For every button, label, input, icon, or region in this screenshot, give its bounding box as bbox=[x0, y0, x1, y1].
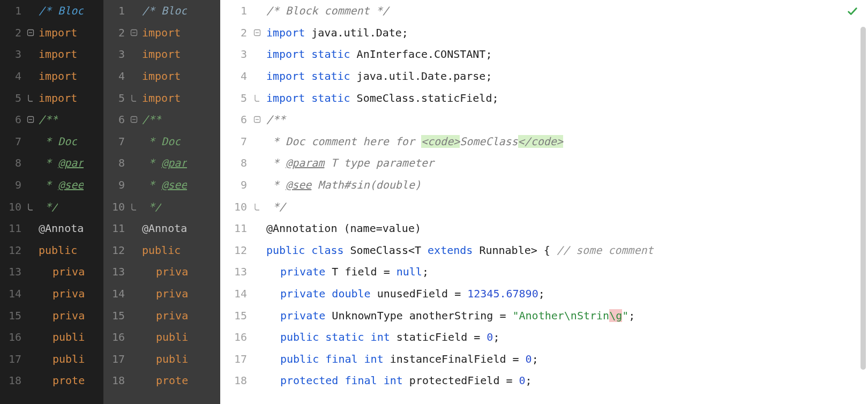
fold-minus-icon[interactable] bbox=[27, 29, 34, 36]
fold-end-icon[interactable] bbox=[27, 203, 34, 211]
line-number: 7 bbox=[220, 135, 250, 148]
code-line[interactable]: 1/* Block comment */ bbox=[220, 0, 868, 22]
code-line[interactable]: 14priva bbox=[103, 283, 220, 305]
code-line[interactable]: 12public class SomeClass<T extends Runna… bbox=[220, 240, 868, 261]
code-line[interactable]: 8 * @par bbox=[103, 152, 220, 174]
editor-pane-light[interactable]: 1/* Block comment */2import java.util.Da… bbox=[220, 0, 868, 404]
fold-minus-icon[interactable] bbox=[253, 116, 261, 123]
fold-gutter[interactable] bbox=[250, 203, 264, 211]
fold-end-icon[interactable] bbox=[253, 203, 261, 211]
code-line[interactable]: 7 * Doc comment here for <code>SomeClass… bbox=[220, 131, 868, 153]
code-line[interactable]: 2import java.util.Date; bbox=[220, 22, 868, 44]
code-line[interactable]: 18protected final int protectedField = 0… bbox=[220, 370, 868, 392]
fold-gutter[interactable] bbox=[128, 116, 140, 123]
code-line[interactable]: 2import bbox=[0, 22, 103, 44]
line-number: 6 bbox=[0, 113, 25, 126]
fold-gutter[interactable] bbox=[25, 203, 36, 211]
code-line[interactable]: 17publi bbox=[0, 348, 103, 370]
line-number: 16 bbox=[103, 331, 128, 343]
code-line[interactable]: 12public bbox=[0, 240, 103, 261]
code-text: priva bbox=[36, 287, 85, 300]
code-line[interactable]: 16public static int staticField = 0; bbox=[220, 326, 868, 348]
code-text: * @see bbox=[36, 178, 84, 191]
code-line[interactable]: 17publi bbox=[103, 348, 220, 370]
code-line[interactable]: 7 * Doc bbox=[0, 131, 103, 153]
fold-gutter[interactable] bbox=[128, 29, 140, 36]
code-line[interactable]: 14priva bbox=[0, 283, 103, 305]
code-line[interactable]: 8 * @param T type parameter bbox=[220, 152, 868, 174]
code-line[interactable]: 13priva bbox=[0, 261, 103, 283]
code-line[interactable]: 5import bbox=[103, 87, 220, 109]
code-line[interactable]: 15priva bbox=[0, 304, 103, 326]
code-text: priva bbox=[140, 309, 188, 322]
line-number: 12 bbox=[0, 244, 25, 257]
code-line[interactable]: 12public bbox=[103, 240, 220, 261]
code-line[interactable]: 7 * Doc bbox=[103, 131, 220, 153]
code-line[interactable]: 8 * @par bbox=[0, 152, 103, 174]
code-line[interactable]: 11@Annota bbox=[0, 218, 103, 240]
code-line[interactable]: 6/** bbox=[220, 109, 868, 131]
code-line[interactable]: 9 * @see bbox=[0, 174, 103, 196]
vertical-scrollbar[interactable] bbox=[860, 27, 866, 370]
fold-gutter[interactable] bbox=[250, 94, 264, 102]
code-line[interactable]: 9 * @see bbox=[103, 174, 220, 196]
code-line[interactable]: 3import bbox=[103, 43, 220, 65]
fold-gutter[interactable] bbox=[250, 116, 264, 123]
fold-gutter[interactable] bbox=[25, 29, 36, 36]
fold-gutter[interactable] bbox=[25, 94, 36, 102]
code-line[interactable]: 18prote bbox=[0, 370, 103, 392]
fold-gutter[interactable] bbox=[128, 94, 140, 102]
code-line[interactable]: 11@Annotation (name=value) bbox=[220, 218, 868, 240]
code-text: @Annotation (name=value) bbox=[264, 222, 421, 235]
fold-end-icon[interactable] bbox=[253, 94, 261, 102]
code-line[interactable]: 18prote bbox=[103, 370, 220, 392]
fold-minus-icon[interactable] bbox=[27, 116, 34, 123]
code-line[interactable]: 1/* Bloc bbox=[0, 0, 103, 22]
code-text: * @par bbox=[140, 156, 187, 169]
code-line[interactable]: 4import bbox=[0, 65, 103, 87]
fold-minus-icon[interactable] bbox=[130, 116, 138, 123]
code-text: import bbox=[140, 70, 181, 83]
fold-minus-icon[interactable] bbox=[253, 29, 261, 36]
code-line[interactable]: 3import bbox=[0, 43, 103, 65]
fold-end-icon[interactable] bbox=[130, 203, 138, 211]
code-line[interactable]: 13priva bbox=[103, 261, 220, 283]
code-line[interactable]: 3import static AnInterface.CONSTANT; bbox=[220, 43, 868, 65]
code-line[interactable]: 16publi bbox=[103, 326, 220, 348]
code-line[interactable]: 5import bbox=[0, 87, 103, 109]
code-text: /* Bloc bbox=[36, 4, 84, 17]
code-line[interactable]: 10 */ bbox=[0, 196, 103, 218]
code-line[interactable]: 9 * @see Math#sin(double) bbox=[220, 174, 868, 196]
code-text: * Doc comment here for <code>SomeClass</… bbox=[264, 135, 563, 148]
inspection-ok-icon[interactable] bbox=[847, 5, 858, 20]
code-text: import bbox=[36, 92, 77, 104]
line-number: 17 bbox=[103, 353, 128, 365]
fold-gutter[interactable] bbox=[25, 116, 36, 123]
code-line[interactable]: 4import bbox=[103, 65, 220, 87]
fold-gutter[interactable] bbox=[250, 29, 264, 36]
fold-end-icon[interactable] bbox=[130, 94, 138, 102]
editor-pane-dark-1[interactable]: 1/* Bloc2import3import4import5import6/**… bbox=[0, 0, 103, 404]
line-number: 9 bbox=[103, 178, 128, 191]
fold-end-icon[interactable] bbox=[27, 94, 34, 102]
code-line[interactable]: 16publi bbox=[0, 326, 103, 348]
code-line[interactable]: 15priva bbox=[103, 304, 220, 326]
editor-pane-dark-2[interactable]: 1/* Bloc2import3import4import5import6/**… bbox=[103, 0, 220, 404]
code-line[interactable]: 1/* Bloc bbox=[103, 0, 220, 22]
fold-minus-icon[interactable] bbox=[130, 29, 138, 36]
code-line[interactable]: 6/** bbox=[0, 109, 103, 131]
code-line[interactable]: 14private double unusedField = 12345.678… bbox=[220, 283, 868, 305]
code-line[interactable]: 6/** bbox=[103, 109, 220, 131]
code-line[interactable]: 17public final int instanceFinalField = … bbox=[220, 348, 868, 370]
code-line[interactable]: 13private T field = null; bbox=[220, 261, 868, 283]
fold-gutter[interactable] bbox=[128, 203, 140, 211]
code-line[interactable]: 2import bbox=[103, 22, 220, 44]
code-line[interactable]: 10 */ bbox=[220, 196, 868, 218]
code-line[interactable]: 5import static SomeClass.staticField; bbox=[220, 87, 868, 109]
code-line[interactable]: 11@Annota bbox=[103, 218, 220, 240]
code-text: import bbox=[36, 70, 77, 83]
code-line[interactable]: 15private UnknownType anotherString = "A… bbox=[220, 304, 868, 326]
code-line[interactable]: 4import static java.util.Date.parse; bbox=[220, 65, 868, 87]
line-number: 8 bbox=[0, 156, 25, 169]
code-line[interactable]: 10 */ bbox=[103, 196, 220, 218]
